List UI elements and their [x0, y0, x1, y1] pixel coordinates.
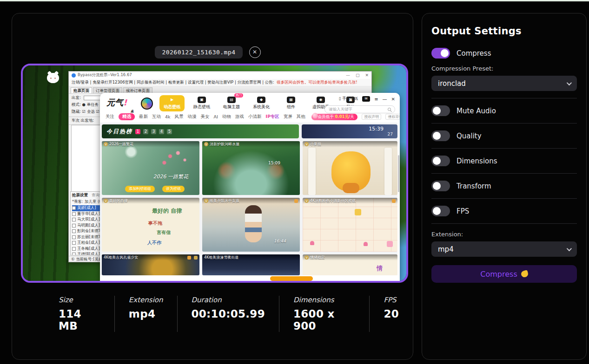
meta-size: Size 114 MB: [59, 296, 114, 332]
nav-static-wallpaper: ▣ 静态壁纸: [189, 95, 214, 111]
preview-card: 20260122_151630.mp4 ✕ Bypass分流抢票--Ver1.1…: [12, 13, 413, 360]
phone-wallpaper-button: ▯ 手机壁纸: [339, 96, 358, 102]
wallpaper-card: 情 V 情绪稳定: [303, 254, 397, 275]
pc-theme-icon: ▤: [227, 97, 236, 103]
video-preview[interactable]: Bypass分流抢票--Ver1.16.67 — ▢ ✕ 注销/登录 | 免登录…: [21, 64, 408, 283]
wallpaper-card: 4K唯美浪漫雪夜街道: [202, 254, 300, 275]
category-bar: 关注 精选 最新 互动 4k 风景 动漫 美女 AI 动物 游戏 小清新 IP专…: [106, 113, 400, 120]
chevron-down-icon: [567, 246, 572, 251]
clock-widget-banner: 15:39 27: [302, 124, 397, 138]
window-controls: — ▢ ✕: [346, 73, 369, 78]
category-item-ip: IP专区: [265, 114, 279, 120]
close-icon: ✕: [365, 73, 369, 78]
divider: [431, 223, 577, 224]
compress-button[interactable]: Compress: [431, 265, 577, 283]
top-edge-strip: [0, 0, 589, 1]
transform-toggle[interactable]: [431, 181, 450, 191]
filename-chip: 20260122_151630.mp4: [155, 46, 242, 58]
wallpaper-card: 最好的 自律 事不拖 言有信 人不作 V 最好的自律: [102, 198, 199, 252]
wallpaper-card: 4K唯美古风孔雀少女: [102, 254, 199, 275]
ticket-titlebar: Bypass分流抢票--Ver1.16.67 — ▢ ✕: [69, 72, 371, 79]
ticket-menubar: 注销/登录 | 免登录打开12306官网 | 同步服务器时间 | 检查更新 | …: [69, 79, 371, 86]
card-corner-icon: [294, 199, 298, 203]
wallpaper-app-window: 元气! 桌面 ▶ 动态壁纸 ▣ 静态壁纸 热门 ▤: [100, 93, 400, 281]
extension-select[interactable]: mp4: [431, 241, 577, 257]
rank-4: 4: [159, 129, 164, 134]
preset-select[interactable]: ironclad: [431, 76, 577, 91]
pagination-button: [270, 276, 313, 281]
divider: [431, 173, 577, 174]
live-wallpaper-icon: ▶: [168, 97, 176, 103]
quality-toggle-row: Quality: [431, 130, 577, 141]
report-link: 侵权举报: [385, 114, 400, 120]
dimensions-toggle[interactable]: [431, 156, 450, 166]
rank-2: 2: [143, 129, 148, 134]
category-item: 互动: [152, 114, 161, 120]
cat-eyes: [50, 78, 52, 79]
wallpaper-card: V 4K治愈粉色小清新分区壁纸: [303, 198, 397, 252]
avatar: [141, 98, 153, 110]
app-logo: 元气! 桌面: [106, 97, 127, 108]
category-item: 4k: [165, 114, 171, 119]
divider: [431, 123, 577, 124]
scrollbar: [397, 123, 400, 281]
meta-extension: Extension mp4: [114, 296, 177, 332]
pinching-hand-icon: [520, 270, 529, 278]
wallpaper-card: 16:44 V 唯美夕阳水中女孩: [202, 198, 300, 252]
category-item: 动漫: [188, 114, 197, 120]
mute-audio-toggle[interactable]: [431, 105, 450, 116]
hot-badge: 热门: [234, 93, 243, 98]
chevron-down-icon: [567, 80, 572, 85]
fps-toggle-row: FPS: [431, 206, 577, 216]
tab-grab-settings: 抢票设置: [72, 193, 88, 198]
wallpaper-topbar: 元气! 桌面 ▶ 动态壁纸 ▣ 静态壁纸 热门 ▤: [100, 93, 400, 123]
nav-pc-theme: 热门 ▤ 电脑主题: [219, 95, 244, 111]
maximize-icon: ▢: [356, 73, 360, 78]
category-item: AI: [214, 114, 218, 119]
meta-dimensions: Dimensions 1600 x 900: [279, 296, 369, 332]
widgets-icon: ▦: [287, 97, 295, 103]
compress-toggle[interactable]: [431, 48, 450, 58]
menu-icon: ≡: [374, 97, 378, 102]
tree-trunks: [23, 65, 75, 281]
category-item: 动物: [222, 114, 231, 120]
category-item: 游戏: [235, 114, 244, 120]
fps-toggle[interactable]: [431, 206, 450, 216]
divider: [431, 98, 577, 98]
hot-ranking-banner: 今日热榜 1 2 3 4 5: [102, 124, 299, 138]
meta-duration: Duration 00:10:05.99: [177, 296, 279, 332]
add-to-group-button: 添加到壁纸组: [125, 186, 155, 192]
virtual-assistant-icon: ◉: [317, 97, 325, 103]
category-item: 风景: [175, 114, 184, 120]
app-icon: [72, 73, 76, 78]
meta-fps: FPS 20: [369, 296, 413, 332]
ticket-window-title: Bypass分流抢票--Ver1.16.67: [78, 72, 132, 78]
nav-system-beautify: ◆ 系统美化: [249, 95, 274, 111]
system-beautify-icon: ◆: [257, 97, 265, 103]
remove-file-button[interactable]: ✕: [249, 46, 261, 58]
category-item: 关注: [106, 114, 114, 120]
file-chip-row: 20260122_151630.mp4 ✕: [7, 46, 408, 58]
mail-icon: ✉: [362, 96, 370, 102]
card-corner-icon: [194, 256, 198, 260]
wallpaper-window-controls: ▯ 手机壁纸 ✉ ≡ — ✕: [339, 96, 395, 102]
category-item: 宽屏: [284, 114, 292, 120]
static-wallpaper-icon: ▣: [198, 97, 206, 103]
minimize-icon: —: [383, 97, 387, 102]
card-corner-icon: [392, 199, 396, 203]
compress-toggle-row: Compress: [431, 48, 577, 58]
license-link: 授权声明: [362, 114, 381, 120]
mute-audio-toggle-row: Mute Audio: [431, 105, 577, 116]
quality-toggle[interactable]: [431, 130, 450, 141]
category-item: 最新: [139, 114, 148, 120]
close-icon: ✕: [391, 97, 395, 102]
search-icon: [388, 108, 391, 111]
transform-toggle-row: Transform: [431, 181, 577, 191]
category-item: 其他: [297, 114, 305, 120]
category-item: 小清新: [248, 114, 262, 120]
set-wallpaper-button: 设为壁纸: [162, 186, 185, 192]
panel-title: Output Settings: [431, 26, 577, 37]
wallpaper-card: V 小呆猫: [303, 141, 397, 195]
preset-label: Compression Preset:: [431, 65, 577, 72]
desktop-cat-pet: [47, 73, 59, 83]
